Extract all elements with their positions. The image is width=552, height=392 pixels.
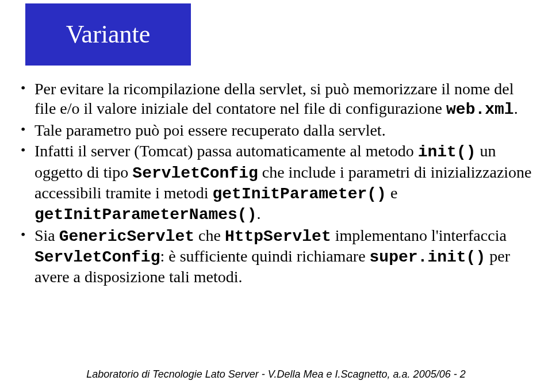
content-area: Per evitare la ricompilazione della serv… [21,79,532,289]
body-text: . [514,99,518,117]
code-text: HttpServlet [225,228,331,245]
body-text: implementano l'interfaccia [331,226,507,244]
body-text: Tale parametro può poi essere recuperato… [34,121,386,139]
code-text: super.init() [370,248,486,266]
body-text: . [256,205,260,222]
slide-title: Variante [66,22,151,47]
body-text: Per evitare la ricompilazione della serv… [34,80,513,117]
code-text: ServletConfig [34,248,160,266]
slide: Variante Per evitare la ricompilazione d… [0,0,552,392]
code-text: init() [418,143,476,161]
bullet-item: Tale parametro può poi essere recuperato… [21,121,532,140]
slide-footer: Laboratorio di Tecnologie Lato Server - … [0,368,552,381]
code-text: GenericServlet [59,228,194,245]
body-text: che [194,226,225,244]
title-band: Variante [25,3,191,66]
bullet-item: Sia GenericServlet che HttpServlet imple… [21,226,532,287]
body-text: Infatti il server (Tomcat) passa automat… [34,142,418,160]
bullet-item: Infatti il server (Tomcat) passa automat… [21,141,532,225]
body-text: e [386,184,397,202]
code-text: ServletConfig [132,164,258,182]
code-text: getInitParameter() [212,185,386,203]
code-text: getInitParameterNames() [34,206,256,224]
bullet-item: Per evitare la ricompilazione della serv… [21,79,532,120]
body-text: Sia [34,226,59,244]
body-text: : è sufficiente quindi richiamare [160,247,369,265]
code-text: web.xml [446,101,514,118]
bullet-list: Per evitare la ricompilazione della serv… [21,79,532,287]
